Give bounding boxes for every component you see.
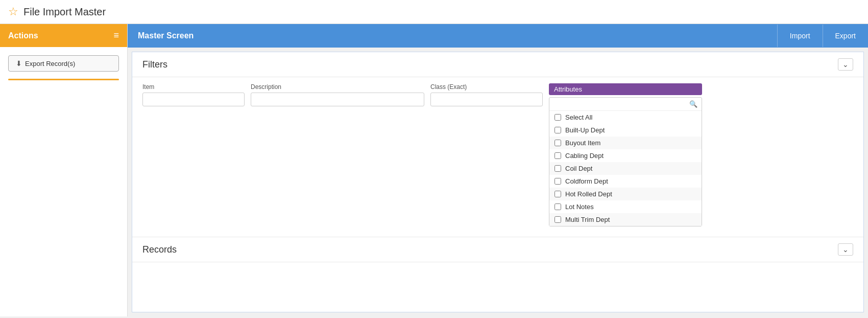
filters-collapse-button[interactable]: ⌄ xyxy=(838,58,853,71)
records-collapse-button[interactable]: ⌄ xyxy=(838,243,853,256)
main-content: Master Screen Import Export Filters ⌄ It… xyxy=(128,24,868,316)
attr-item-built-up-dept[interactable]: Built-Up Dept xyxy=(549,124,702,137)
attr-search-row: 🔍 xyxy=(549,98,702,111)
attr-checkbox-coil-dept[interactable] xyxy=(554,165,561,172)
filter-row: Item Description Class (Exact) Attribute… xyxy=(142,83,853,226)
attributes-tab-label: Attributes xyxy=(549,83,702,95)
sidebar-actions-header: Actions ≡ xyxy=(0,24,127,47)
attr-list: Select AllBuilt-Up DeptBuyout ItemCablin… xyxy=(549,111,702,226)
filter-description-group: Description xyxy=(251,83,424,106)
attr-item-hot-rolled-dept[interactable]: Hot Rolled Dept xyxy=(549,188,702,200)
tab-import[interactable]: Import xyxy=(777,25,823,47)
menu-icon[interactable]: ≡ xyxy=(113,30,119,41)
attr-label-cabling-dept: Cabling Dept xyxy=(565,152,604,160)
filters-body: Item Description Class (Exact) Attribute… xyxy=(132,77,863,237)
attributes-dropdown: 🔍 Select AllBuilt-Up DeptBuyout ItemCabl… xyxy=(549,97,702,226)
attr-label-hot-rolled-dept: Hot Rolled Dept xyxy=(565,190,612,198)
attr-item-select-all[interactable]: Select All xyxy=(549,111,702,124)
app-title: File Import Master xyxy=(23,6,106,18)
attr-label-coldform-dept: Coldform Dept xyxy=(565,177,608,185)
filter-attributes-group: Attributes 🔍 Select AllBuilt-Up DeptBuyo… xyxy=(549,83,702,226)
actions-label: Actions xyxy=(8,31,38,40)
sidebar-body: ⬇ Export Record(s) xyxy=(0,47,127,88)
attr-checkbox-built-up-dept[interactable] xyxy=(554,127,561,133)
main-topbar: Master Screen Import Export xyxy=(128,24,868,48)
attr-item-lot-notes[interactable]: Lot Notes xyxy=(549,200,702,213)
attr-item-coldform-dept[interactable]: Coldform Dept xyxy=(549,175,702,188)
attr-checkbox-cabling-dept[interactable] xyxy=(554,152,561,159)
screen-title: Master Screen xyxy=(128,24,777,48)
attr-item-cabling-dept[interactable]: Cabling Dept xyxy=(549,149,702,162)
export-button-label: Export Record(s) xyxy=(25,60,75,67)
attr-label-coil-dept: Coil Dept xyxy=(565,165,592,172)
records-section: Records ⌄ xyxy=(132,237,863,262)
item-label: Item xyxy=(142,83,245,90)
filters-section-header: Filters ⌄ xyxy=(132,52,863,77)
attr-checkbox-coldform-dept[interactable] xyxy=(554,178,561,185)
filter-item-group: Item xyxy=(142,83,245,106)
app-header: ☆ File Import Master xyxy=(0,0,868,24)
attr-checkbox-hot-rolled-dept[interactable] xyxy=(554,191,561,197)
export-records-button[interactable]: ⬇ Export Record(s) xyxy=(8,55,119,72)
attr-label-lot-notes: Lot Notes xyxy=(565,203,594,211)
class-input[interactable] xyxy=(430,93,543,106)
attr-label-built-up-dept: Built-Up Dept xyxy=(565,126,605,134)
search-icon: 🔍 xyxy=(689,100,697,108)
tab-export[interactable]: Export xyxy=(823,25,868,47)
attr-checkbox-buyout-item[interactable] xyxy=(554,140,561,146)
attr-label-select-all: Select All xyxy=(565,113,592,121)
attr-label-multi-trim-dept: Multi Trim Dept xyxy=(565,216,610,223)
class-label: Class (Exact) xyxy=(430,83,543,90)
download-icon: ⬇ xyxy=(16,59,22,67)
description-input[interactable] xyxy=(251,93,424,106)
item-input[interactable] xyxy=(142,93,245,106)
filters-title: Filters xyxy=(142,59,167,70)
topbar-tabs: Import Export xyxy=(777,25,868,47)
attr-label-buyout-item: Buyout Item xyxy=(565,139,600,147)
attr-item-buyout-item[interactable]: Buyout Item xyxy=(549,137,702,149)
attr-checkbox-lot-notes[interactable] xyxy=(554,203,561,210)
attr-search-input[interactable] xyxy=(553,100,689,108)
filter-class-group: Class (Exact) xyxy=(430,83,543,106)
attr-checkbox-select-all[interactable] xyxy=(554,114,561,121)
sidebar-divider xyxy=(8,79,119,80)
star-icon: ☆ xyxy=(8,5,18,18)
attr-item-coil-dept[interactable]: Coil Dept xyxy=(549,162,702,175)
records-title: Records xyxy=(142,244,177,255)
app-body: Actions ≡ ⬇ Export Record(s) Master Scre… xyxy=(0,24,868,316)
attr-item-multi-trim-dept[interactable]: Multi Trim Dept xyxy=(549,213,702,226)
sidebar: Actions ≡ ⬇ Export Record(s) xyxy=(0,24,128,316)
attr-checkbox-multi-trim-dept[interactable] xyxy=(554,216,561,223)
content-area: Filters ⌄ Item Description Class (Exact) xyxy=(132,52,864,312)
records-section-header: Records ⌄ xyxy=(132,237,863,262)
description-label: Description xyxy=(251,83,424,90)
